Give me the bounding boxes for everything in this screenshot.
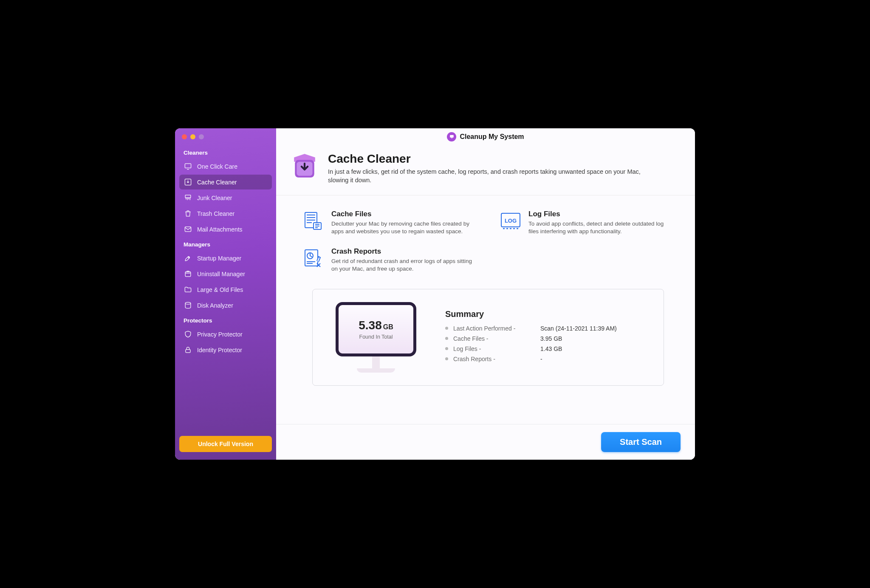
sidebar-item-label: Mail Attachments [197,226,243,233]
features-grid: Cache Files Declutter your Mac by removi… [302,210,675,273]
summary-row-value: 1.43 GB [540,345,562,352]
summary-row-log-files: Log Files - 1.43 GB [445,345,617,352]
feature-log-files: LOG Log Files To avoid app conflicts, de… [499,210,675,235]
sidebar-section-cleaners: Cleaners [179,145,272,158]
svg-rect-9 [451,138,452,138]
sidebar-item-label: Privacy Protector [197,331,243,338]
sidebar-item-disk-analyzer[interactable]: Disk Analyzer [179,298,272,313]
summary-row-crash-reports: Crash Reports - - [445,356,617,362]
unlock-full-version-button[interactable]: Unlock Full Version [179,436,272,452]
summary-row-value: 3.95 GB [540,335,562,342]
app-logo-icon [447,132,456,141]
svg-rect-7 [185,350,190,353]
summary-row-label: Log Files - [453,345,540,352]
start-scan-button[interactable]: Start Scan [601,432,681,452]
sidebar-item-label: One Click Care [197,163,237,170]
package-icon [184,270,192,278]
sidebar-item-mail-attachments[interactable]: Mail Attachments [179,222,272,237]
rocket-icon [184,254,192,262]
bullet-icon [445,327,448,330]
feature-cache-files: Cache Files Declutter your Mac by removi… [302,210,477,235]
summary-row-value: Scan (24-11-2021 11:39 AM) [540,325,617,332]
mail-icon [184,225,192,233]
monitor-illustration-icon: 5.38GB Found In Total [332,302,420,373]
app-window: Cleaners One Click Care Cache Cleaner Ju… [175,128,695,460]
close-icon[interactable] [182,134,187,139]
sidebar-section-managers: Managers [179,237,272,250]
shredder-icon [184,194,192,202]
sidebar-item-large-old-files[interactable]: Large & Old Files [179,282,272,297]
minimize-icon[interactable] [190,134,195,139]
sidebar-item-label: Disk Analyzer [197,302,233,309]
sidebar-item-junk-cleaner[interactable]: Junk Cleaner [179,190,272,205]
svg-rect-3 [185,227,191,232]
svg-rect-5 [185,272,191,277]
svg-rect-0 [185,164,191,168]
page-title: Cache Cleaner [328,152,651,166]
sidebar-item-label: Large & Old Files [197,286,243,293]
sidebar-item-label: Junk Cleaner [197,195,232,201]
sidebar-item-label: Cache Cleaner [197,179,237,186]
bullet-icon [445,357,448,360]
svg-point-6 [185,302,191,304]
sidebar-item-label: Uninstall Manager [197,271,245,277]
feature-desc: Get rid of redundant crash and error log… [331,257,477,273]
sidebar-item-trash-cleaner[interactable]: Trash Cleaner [179,206,272,221]
download-box-icon [184,178,192,186]
sidebar-item-label: Identity Protector [197,347,242,353]
footer: Start Scan [276,424,695,460]
svg-rect-8 [450,135,454,138]
summary-row-label: Last Action Performed - [453,325,540,332]
sidebar-section-protectors: Protectors [179,313,272,326]
sidebar-item-startup-manager[interactable]: Startup Manager [179,251,272,266]
log-files-icon: LOG [499,210,521,232]
bullet-icon [445,337,448,340]
shield-icon [184,330,192,338]
feature-title: Crash Reports [331,247,477,256]
sidebar: Cleaners One Click Care Cache Cleaner Ju… [175,128,276,460]
zoom-icon[interactable] [199,134,204,139]
svg-point-4 [188,257,189,258]
cache-cleaner-hero-icon [291,152,319,180]
summary-total-unit: GB [383,323,393,331]
sidebar-item-privacy-protector[interactable]: Privacy Protector [179,327,272,342]
content: Cleanup My System Cache Cleaner In just … [276,128,695,460]
page-hero: Cache Cleaner In just a few clicks, get … [276,145,695,195]
cache-files-icon [302,210,324,232]
summary-row-last-action: Last Action Performed - Scan (24-11-2021… [445,325,617,332]
sidebar-item-cache-cleaner[interactable]: Cache Cleaner [179,175,272,189]
summary-row-cache-files: Cache Files - 3.95 GB [445,335,617,342]
sidebar-item-label: Startup Manager [197,255,241,262]
trash-icon [184,209,192,218]
feature-desc: To avoid app conflicts, detect and delet… [528,220,675,235]
sidebar-item-identity-protector[interactable]: Identity Protector [179,342,272,357]
summary-total-value: 5.38 [359,319,382,332]
bullet-icon [445,347,448,350]
disk-icon [184,301,192,309]
sidebar-item-one-click-care[interactable]: One Click Care [179,159,272,174]
svg-text:LOG: LOG [505,218,517,224]
summary-title: Summary [445,309,617,319]
page-description: In just a few clicks, get rid of the sys… [328,167,651,185]
summary-row-label: Cache Files - [453,335,540,342]
crash-reports-icon [302,247,324,269]
sidebar-item-uninstall-manager[interactable]: Uninstall Manager [179,266,272,281]
feature-desc: Declutter your Mac by removing cache fil… [331,220,477,235]
sidebar-item-label: Trash Cleaner [197,210,234,217]
title-bar: Cleanup My System [276,128,695,145]
window-controls [179,134,272,145]
feature-title: Cache Files [331,210,477,218]
lock-icon [184,346,192,354]
feature-title: Log Files [528,210,675,218]
summary-row-value: - [540,356,542,362]
monitor-icon [184,162,192,170]
summary-card: 5.38GB Found In Total Summary Last Actio… [312,289,664,386]
feature-crash-reports: Crash Reports Get rid of redundant crash… [302,247,477,273]
folder-icon [184,286,192,294]
svg-rect-2 [185,195,191,198]
summary-row-label: Crash Reports - [453,356,540,362]
app-title: Cleanup My System [460,133,524,141]
summary-total-caption: Found In Total [359,334,393,340]
